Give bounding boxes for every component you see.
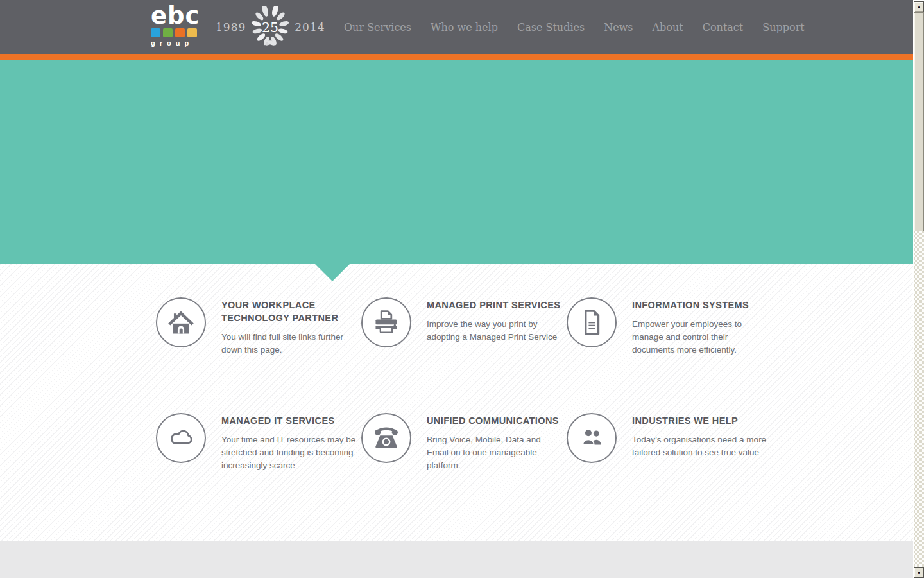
card-body: Bring Voice, Mobile, Data and Email on t… xyxy=(427,434,561,472)
down-arrow-icon: ▼ xyxy=(917,570,921,575)
scrollbar-down-button[interactable]: ▼ xyxy=(914,567,924,578)
orange-accent-bar xyxy=(0,54,913,60)
phone-icon xyxy=(361,413,411,463)
card-text: MANAGED PRINT SERVICES Improve the way y… xyxy=(427,297,561,413)
anniversary-start-year: 1989 xyxy=(216,21,246,33)
card-title: MANAGED IT SERVICES xyxy=(221,414,356,427)
card-text: INDUSTRIES WE HELP Today’s organisations… xyxy=(632,413,767,529)
card-workplace-technology-partner[interactable]: YOUR WORKPLACE TECHNOLOGY PARTNER You wi… xyxy=(156,297,361,413)
nav-item-our-services[interactable]: Our Services xyxy=(344,21,411,33)
nav-item-who-we-help[interactable]: Who we help xyxy=(431,21,498,33)
card-body: You will find full site links further do… xyxy=(221,331,356,356)
vertical-scrollbar[interactable]: ▲ ▼ xyxy=(913,0,924,578)
card-unified-communications[interactable]: UNIFIED COMMUNICATIONS Bring Voice, Mobi… xyxy=(361,413,567,529)
hero-notch-arrow xyxy=(315,264,350,281)
card-title: INFORMATION SYSTEMS xyxy=(632,299,767,311)
anniversary-number: 25 xyxy=(262,20,278,35)
card-body: Your time and IT resources may be stretc… xyxy=(221,434,356,472)
card-title: UNIFIED COMMUNICATIONS xyxy=(427,414,561,427)
logo-text: ebc xyxy=(151,6,200,26)
card-text: UNIFIED COMMUNICATIONS Bring Voice, Mobi… xyxy=(427,413,561,529)
hero-banner xyxy=(0,60,913,264)
logo-squares xyxy=(151,28,200,37)
card-body: Empower your employees to manage and con… xyxy=(632,318,767,356)
feature-cards-grid: YOUR WORKPLACE TECHNOLOGY PARTNER You wi… xyxy=(156,297,913,529)
logo-square-green xyxy=(163,28,173,37)
anniversary-badge: 1989 25 xyxy=(216,4,325,50)
nav-item-about[interactable]: About xyxy=(653,21,683,33)
up-arrow-icon: ▲ xyxy=(917,4,921,9)
card-body: Improve the way you print by adopting a … xyxy=(427,318,561,344)
site-header: ebc group 1989 xyxy=(0,0,913,54)
main-navigation: Our Services Who we help Case Studies Ne… xyxy=(344,0,805,54)
anniversary-end-year: 2014 xyxy=(295,21,325,33)
cloud-icon xyxy=(156,413,206,463)
card-managed-it-services[interactable]: MANAGED IT SERVICES Your time and IT res… xyxy=(156,413,361,529)
scrollbar-thumb[interactable] xyxy=(914,12,924,231)
printer-icon xyxy=(361,297,411,347)
document-icon xyxy=(567,297,617,347)
nav-item-contact[interactable]: Contact xyxy=(703,21,744,33)
card-information-systems[interactable]: INFORMATION SYSTEMS Empower your employe… xyxy=(567,297,772,413)
card-managed-print-services[interactable]: MANAGED PRINT SERVICES Improve the way y… xyxy=(361,297,567,413)
footer-band xyxy=(0,541,913,578)
card-title: INDUSTRIES WE HELP xyxy=(632,414,767,427)
webpage: ebc group 1989 xyxy=(0,0,913,578)
logo-square-blue xyxy=(151,28,160,37)
card-text: YOUR WORKPLACE TECHNOLOGY PARTNER You wi… xyxy=(221,297,356,413)
logo-square-orange xyxy=(175,28,185,37)
scrollbar-up-button[interactable]: ▲ xyxy=(914,1,924,12)
nav-item-case-studies[interactable]: Case Studies xyxy=(517,21,585,33)
logo-subtext: group xyxy=(151,39,200,47)
features-section: YOUR WORKPLACE TECHNOLOGY PARTNER You wi… xyxy=(0,264,913,541)
card-industries-we-help[interactable]: INDUSTRIES WE HELP Today’s organisations… xyxy=(567,413,772,529)
card-title: YOUR WORKPLACE TECHNOLOGY PARTNER xyxy=(221,299,356,324)
card-title: MANAGED PRINT SERVICES xyxy=(427,299,561,311)
ebc-group-logo[interactable]: ebc group xyxy=(151,6,200,47)
people-icon xyxy=(567,413,617,463)
card-text: INFORMATION SYSTEMS Empower your employe… xyxy=(632,297,767,413)
laurel-wreath-icon: 25 xyxy=(250,6,291,48)
logo-square-yellow xyxy=(187,28,197,37)
card-text: MANAGED IT SERVICES Your time and IT res… xyxy=(221,413,356,529)
card-body: Today’s organisations need a more tailor… xyxy=(632,434,767,459)
home-icon xyxy=(156,297,206,347)
nav-item-news[interactable]: News xyxy=(604,21,633,33)
nav-item-support[interactable]: Support xyxy=(762,21,804,33)
